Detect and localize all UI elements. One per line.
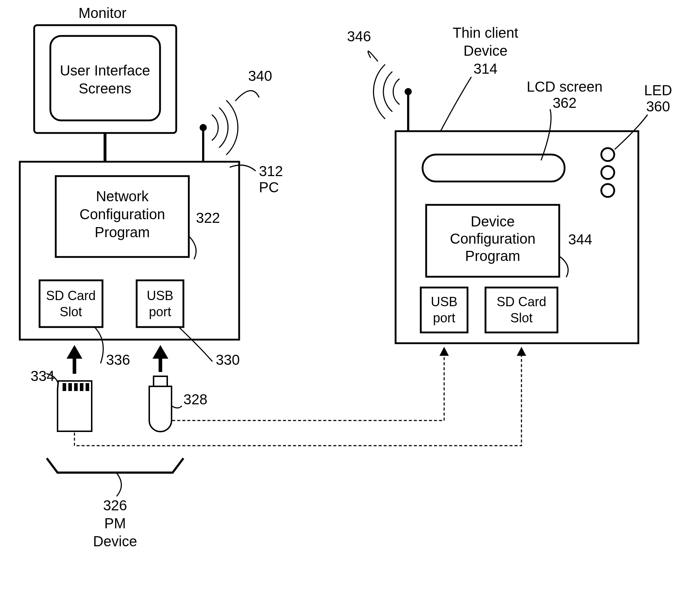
pc-usb-l1: USB (147, 288, 173, 303)
tc-wave-2 (383, 72, 392, 111)
tc-wave-1 (393, 79, 399, 104)
ui-screens-l2: Screens (79, 81, 132, 96)
ui-screens-l1: User Interface (60, 63, 150, 78)
pc-antenna-tip (200, 124, 207, 131)
pc-usb-port (137, 280, 183, 327)
tc-usb-l2: port (433, 311, 455, 325)
pc-sd-slot (40, 280, 102, 327)
led-ref: 360 (646, 98, 670, 114)
pc-sd-l1: SD Card (46, 288, 96, 303)
led-2 (601, 166, 614, 179)
sd-arrow-head (67, 345, 82, 359)
usb-drive-ref: 328 (183, 391, 208, 407)
lcd-l1: LCD screen (526, 79, 602, 95)
pc-antenna-lead (236, 91, 259, 101)
svg-rect-2 (74, 383, 78, 391)
pm-ref: 326 (103, 497, 127, 513)
led-1 (601, 148, 614, 161)
svg-rect-3 (80, 383, 83, 391)
led-label: LED (644, 82, 672, 98)
sd-card-icon (58, 381, 92, 431)
tc-sd-l2: Slot (510, 311, 533, 325)
tc-usb-l1: USB (431, 294, 457, 309)
thin-client-l1: Thin client (453, 25, 518, 41)
dev-prog-l3: Program (465, 248, 520, 264)
pm-l2: Device (93, 533, 137, 549)
svg-rect-1 (68, 383, 72, 391)
sd-dashed-path (74, 354, 521, 446)
usb-dashed-path (173, 354, 444, 420)
tc-antenna-ref: 346 (347, 28, 371, 44)
thin-client-ref: 314 (474, 61, 498, 77)
pc-ref: 312 (259, 163, 283, 179)
pc-usb-l2: port (149, 304, 171, 319)
pm-l1: PM (104, 515, 126, 531)
lcd-screen (423, 155, 565, 181)
lcd-ref: 362 (553, 95, 577, 111)
pc-sd-l2: Slot (60, 304, 82, 319)
pc-wave-2 (219, 108, 228, 147)
sd-slot-ref: 336 (106, 352, 130, 368)
svg-rect-5 (154, 376, 167, 386)
diagram-root: Monitor User Interface Screens 312 PC Ne… (0, 0, 693, 616)
pc-label: PC (259, 179, 279, 195)
tc-antenna-lead (368, 51, 378, 61)
thin-client-l2: Device (464, 43, 507, 59)
usb-dashed-arrow (439, 347, 449, 356)
pc-antenna-ref: 340 (248, 68, 272, 84)
pc-wave-1 (212, 115, 218, 140)
monitor-label: Monitor (78, 5, 126, 21)
usb-port-ref: 330 (216, 352, 240, 368)
dev-prog-ref: 344 (568, 231, 592, 247)
net-prog-l3: Program (95, 224, 150, 240)
thin-client-lead (441, 77, 471, 131)
usb-arrow-head (152, 345, 168, 359)
tc-sd-l1: SD Card (497, 294, 546, 309)
dev-prog-l1: Device (471, 213, 515, 229)
tc-antenna-tip (405, 88, 412, 95)
sd-dashed-arrow (517, 347, 526, 356)
pm-lead (117, 473, 122, 496)
net-prog-ref: 322 (196, 210, 220, 226)
dev-prog-l2: Configuration (450, 231, 535, 247)
led-3 (601, 184, 614, 197)
sd-card-ref: 334 (31, 368, 55, 384)
svg-rect-4 (86, 383, 89, 391)
net-prog-l2: Configuration (79, 206, 165, 222)
net-prog-l1: Network (96, 188, 149, 204)
usb-drive-icon (149, 376, 172, 432)
pm-bracket (47, 458, 183, 473)
svg-rect-0 (63, 383, 66, 391)
usb-drive-lead (172, 406, 182, 408)
